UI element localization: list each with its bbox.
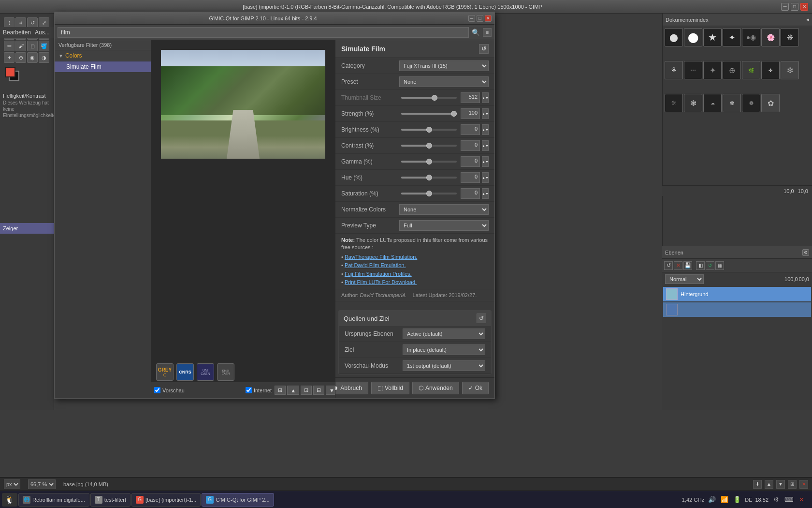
layer-view-2[interactable]: ↺ (706, 261, 714, 270)
menu-aus[interactable]: Aus... (35, 29, 50, 36)
network-icon[interactable]: 📶 (720, 495, 729, 505)
hue-spinner[interactable]: ▲▼ (482, 172, 489, 183)
brush-10[interactable]: ✦ (703, 61, 722, 79)
brush-4[interactable]: ✦ (723, 28, 741, 46)
tool-fill[interactable]: 🪣 (39, 41, 49, 51)
normalize-select[interactable]: None (399, 204, 489, 215)
gamma-slider[interactable] (401, 161, 457, 163)
gmic-minimize-btn[interactable]: ─ (468, 15, 475, 22)
layer-undo-redo[interactable]: ↺ ✕ 💾 (664, 261, 692, 270)
gmic-close-btn[interactable]: ✕ (485, 15, 492, 22)
sources-refresh-btn[interactable]: ↺ (477, 314, 486, 323)
zoom-nav-5[interactable]: ▼ (326, 386, 335, 395)
layer-view-1[interactable]: ◧ (696, 261, 705, 270)
zoom-nav-4[interactable]: ⊟ (313, 386, 324, 395)
link1[interactable]: RawTherapee Film Simulation. (345, 254, 417, 260)
layer-mode-select[interactable]: Normal (665, 274, 704, 284)
tool-paintbrush[interactable]: 🖌 (15, 41, 26, 51)
brush-18[interactable]: ✾ (723, 94, 741, 112)
abbruch-button[interactable]: ⏺ Abbruch (335, 382, 368, 394)
brush-20[interactable]: ✿ (761, 94, 780, 112)
tool-scale[interactable]: ⤢ (39, 17, 49, 28)
zoom-nav-3[interactable]: ⊡ (301, 386, 312, 395)
save-btn[interactable]: 💾 (683, 261, 692, 270)
window-controls[interactable]: ─ □ ✕ (781, 3, 808, 11)
category-select[interactable]: Fuji XTrans III (15) (399, 60, 489, 71)
brightness-slider[interactable] (401, 129, 457, 131)
gmic-title-controls[interactable]: ─ □ ✕ (468, 15, 492, 22)
brush-1[interactable]: ⬤ (665, 28, 683, 46)
minimize-button[interactable]: ─ (781, 3, 789, 11)
search-options-btn[interactable]: ≡ (483, 28, 492, 37)
zoom-level-select[interactable]: 66,7 % (28, 479, 56, 489)
brush-15[interactable]: ❊ (665, 94, 683, 112)
status-icon-2[interactable]: ▲ (765, 480, 773, 489)
simulate-film-item[interactable]: Simulate Film (55, 61, 151, 72)
brush-14[interactable]: ✻ (781, 61, 799, 79)
status-icon-3[interactable]: ▼ (776, 480, 785, 489)
taskbar-item-3[interactable]: G G'MIC-Qt for GIMP 2... (202, 493, 274, 507)
settings-icon[interactable]: ⚙ (771, 495, 781, 505)
layer-view-3[interactable]: ▦ (715, 261, 724, 270)
maximize-button[interactable]: □ (791, 3, 798, 11)
ursprung-select[interactable]: Active (default) (403, 329, 485, 339)
preview-checkbox[interactable]: Vorschau (154, 387, 185, 393)
settings-refresh-btn[interactable]: ↺ (479, 44, 489, 54)
zoom-nav-2[interactable]: ▲ (287, 386, 299, 395)
tool-clone[interactable]: ✦ (4, 52, 14, 63)
layer-item-selected[interactable] (663, 302, 811, 317)
strength-spinner[interactable]: ▲▼ (482, 108, 489, 119)
gmic-maximize-btn[interactable]: □ (477, 15, 483, 22)
close-taskbar-icon[interactable]: ✕ (797, 495, 806, 505)
keyboard-icon[interactable]: ⌨ (784, 495, 794, 505)
brush-16[interactable]: ❃ (684, 94, 702, 112)
contrast-spinner[interactable]: ▲▼ (482, 140, 489, 151)
anwenden-button[interactable]: ⬡ Anwenden (412, 382, 459, 394)
strength-slider[interactable] (401, 113, 457, 115)
tool-eraser[interactable]: ◻ (27, 41, 38, 51)
thumbnail-spinner[interactable]: ▲▼ (482, 92, 489, 103)
ziel-select[interactable]: In place (default) (403, 344, 485, 355)
brush-11[interactable]: ⊕ (723, 61, 741, 79)
layer-item-1[interactable]: Hintergrund (663, 287, 811, 301)
link4[interactable]: Print Film LUTs For Download. (345, 279, 417, 285)
brush-19[interactable]: ❁ (742, 94, 760, 112)
saturation-slider[interactable] (401, 193, 457, 194)
brush-17[interactable]: ☁ (703, 94, 722, 112)
preset-select[interactable]: None (399, 76, 489, 87)
doc-collapse-icon[interactable]: ◂ (806, 16, 809, 23)
taskbar-item-1[interactable]: T test-filtert (90, 493, 130, 507)
brush-7[interactable]: ❋ (781, 28, 799, 46)
brush-6[interactable]: 🌸 (761, 28, 780, 46)
brush-9[interactable]: ⋯ (684, 61, 702, 79)
link3[interactable]: Fuji Film Simulation Profiles. (345, 271, 412, 277)
volume-icon[interactable]: 🔊 (707, 495, 717, 505)
layers-header-controls[interactable]: ⚙ (802, 249, 809, 256)
taskbar-item-0[interactable]: 🌐 Retrofllair im digitale... (18, 493, 89, 507)
unit-select[interactable]: px (4, 479, 20, 489)
redo-btn[interactable]: ✕ (674, 261, 682, 270)
internet-check-input[interactable] (246, 387, 252, 393)
brush-3[interactable]: ★ (703, 28, 722, 46)
brush-12[interactable]: 🌿 (742, 61, 760, 79)
status-icon-4[interactable]: ⊞ (788, 480, 797, 489)
tool-pencil[interactable]: ✏ (4, 41, 14, 51)
brush-2[interactable]: ⬤ (684, 28, 702, 46)
tool-crop[interactable]: ⌗ (15, 17, 26, 28)
brush-5[interactable]: ●◉ (742, 28, 760, 46)
status-icon-1[interactable]: ⬇ (753, 480, 762, 489)
menu-bearbeiten[interactable]: Bearbeiten (3, 29, 31, 36)
colors-category[interactable]: ▼ Colors (55, 50, 151, 61)
saturation-spinner[interactable]: ▲▼ (482, 188, 489, 199)
brightness-spinner[interactable]: ▲▼ (482, 124, 489, 135)
tool-heal[interactable]: ⊕ (15, 52, 26, 63)
brush-8[interactable]: ⚘ (665, 61, 683, 79)
gmic-search-input[interactable] (58, 27, 469, 38)
status-close-icon[interactable]: ✕ (799, 480, 808, 489)
brush-13[interactable]: ✤ (761, 61, 780, 79)
internet-checkbox[interactable]: Internet (246, 387, 272, 393)
preview-type-select[interactable]: Full (399, 220, 489, 231)
contrast-slider[interactable] (401, 145, 457, 147)
zoom-nav-1[interactable]: ⊞ (275, 386, 286, 395)
preview-check[interactable] (154, 387, 160, 393)
